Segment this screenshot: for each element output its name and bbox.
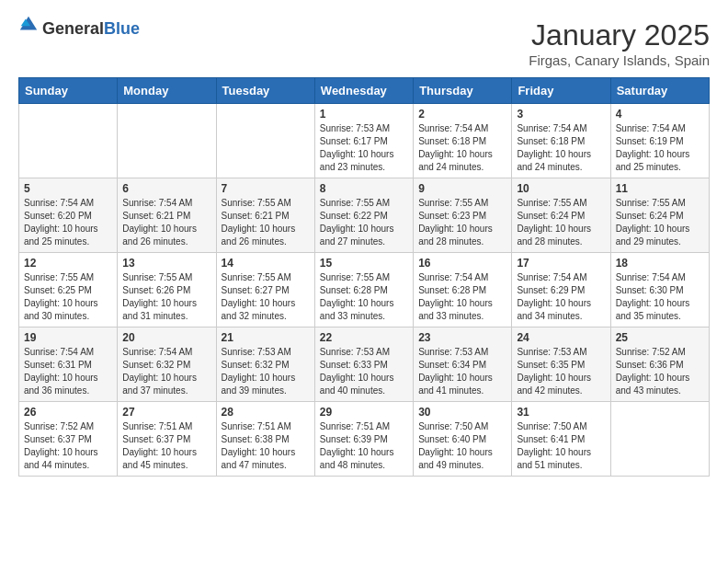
calendar-cell: 26Sunrise: 7:52 AMSunset: 6:37 PMDayligh… (19, 402, 118, 477)
day-number: 1 (320, 108, 408, 121)
calendar-cell: 18Sunrise: 7:54 AMSunset: 6:30 PMDayligh… (610, 253, 709, 327)
day-info: Sunrise: 7:55 AMSunset: 6:24 PMDaylight:… (616, 197, 704, 248)
calendar-cell: 4Sunrise: 7:54 AMSunset: 6:19 PMDaylight… (610, 104, 709, 178)
day-info: Sunrise: 7:51 AMSunset: 6:37 PMDaylight:… (122, 420, 210, 472)
day-number: 11 (616, 182, 704, 195)
weekday-header-friday: Friday (512, 78, 610, 104)
logo-general: General (42, 19, 104, 38)
day-info: Sunrise: 7:55 AMSunset: 6:23 PMDaylight:… (418, 197, 506, 248)
calendar-cell: 28Sunrise: 7:51 AMSunset: 6:38 PMDayligh… (216, 402, 314, 477)
calendar-cell (216, 104, 314, 178)
day-number: 12 (24, 257, 112, 270)
calendar-cell: 25Sunrise: 7:52 AMSunset: 6:36 PMDayligh… (610, 327, 709, 402)
calendar-cell: 9Sunrise: 7:55 AMSunset: 6:23 PMDaylight… (414, 178, 512, 253)
weekday-header-thursday: Thursday (414, 78, 512, 104)
day-info: Sunrise: 7:54 AMSunset: 6:31 PMDaylight:… (24, 346, 112, 397)
weekday-header-tuesday: Tuesday (216, 78, 314, 104)
calendar-cell: 17Sunrise: 7:54 AMSunset: 6:29 PMDayligh… (512, 253, 610, 327)
day-number: 21 (222, 331, 310, 344)
day-info: Sunrise: 7:52 AMSunset: 6:37 PMDaylight:… (24, 420, 112, 472)
day-number: 10 (517, 182, 605, 195)
day-info: Sunrise: 7:51 AMSunset: 6:39 PMDaylight:… (320, 420, 408, 472)
day-number: 31 (517, 406, 605, 419)
calendar-cell: 23Sunrise: 7:53 AMSunset: 6:34 PMDayligh… (414, 327, 512, 402)
day-info: Sunrise: 7:51 AMSunset: 6:38 PMDaylight:… (222, 420, 310, 472)
day-info: Sunrise: 7:55 AMSunset: 6:28 PMDaylight:… (320, 271, 408, 323)
day-number: 29 (320, 406, 408, 419)
header: GeneralBlue January 2025 Firgas, Canary … (18, 18, 710, 68)
day-info: Sunrise: 7:54 AMSunset: 6:28 PMDaylight:… (418, 271, 506, 323)
day-info: Sunrise: 7:55 AMSunset: 6:27 PMDaylight:… (222, 271, 310, 323)
day-number: 18 (616, 257, 704, 270)
day-info: Sunrise: 7:55 AMSunset: 6:22 PMDaylight:… (320, 197, 408, 248)
day-number: 22 (320, 331, 408, 344)
calendar-cell: 29Sunrise: 7:51 AMSunset: 6:39 PMDayligh… (314, 402, 413, 477)
day-number: 19 (24, 331, 112, 344)
logo-icon (18, 15, 39, 35)
calendar-cell (118, 104, 216, 178)
day-info: Sunrise: 7:54 AMSunset: 6:32 PMDaylight:… (122, 346, 210, 397)
main-title: January 2025 (529, 18, 710, 52)
day-info: Sunrise: 7:53 AMSunset: 6:35 PMDaylight:… (517, 346, 605, 397)
day-number: 4 (616, 108, 704, 121)
day-number: 25 (616, 331, 704, 344)
svg-marker-0 (20, 17, 37, 30)
day-info: Sunrise: 7:55 AMSunset: 6:21 PMDaylight:… (222, 197, 310, 248)
week-row-3: 12Sunrise: 7:55 AMSunset: 6:25 PMDayligh… (19, 253, 710, 327)
day-number: 8 (320, 182, 408, 195)
calendar-cell: 31Sunrise: 7:50 AMSunset: 6:41 PMDayligh… (512, 402, 610, 477)
calendar-cell: 3Sunrise: 7:54 AMSunset: 6:18 PMDaylight… (512, 104, 610, 178)
calendar-cell: 8Sunrise: 7:55 AMSunset: 6:22 PMDaylight… (314, 178, 413, 253)
calendar-cell: 7Sunrise: 7:55 AMSunset: 6:21 PMDaylight… (216, 178, 314, 253)
day-info: Sunrise: 7:53 AMSunset: 6:33 PMDaylight:… (320, 346, 408, 397)
calendar-cell: 6Sunrise: 7:54 AMSunset: 6:21 PMDaylight… (118, 178, 216, 253)
day-number: 2 (418, 108, 506, 121)
calendar-cell: 15Sunrise: 7:55 AMSunset: 6:28 PMDayligh… (314, 253, 413, 327)
week-row-1: 1Sunrise: 7:53 AMSunset: 6:17 PMDaylight… (19, 104, 710, 178)
day-number: 14 (222, 257, 310, 270)
weekday-header-wednesday: Wednesday (314, 78, 413, 104)
calendar-cell: 11Sunrise: 7:55 AMSunset: 6:24 PMDayligh… (610, 178, 709, 253)
day-info: Sunrise: 7:50 AMSunset: 6:40 PMDaylight:… (418, 420, 506, 472)
weekday-header-row: SundayMondayTuesdayWednesdayThursdayFrid… (19, 78, 710, 104)
calendar-cell: 20Sunrise: 7:54 AMSunset: 6:32 PMDayligh… (118, 327, 216, 402)
calendar-cell: 19Sunrise: 7:54 AMSunset: 6:31 PMDayligh… (19, 327, 118, 402)
day-info: Sunrise: 7:52 AMSunset: 6:36 PMDaylight:… (616, 346, 704, 397)
calendar-cell: 21Sunrise: 7:53 AMSunset: 6:32 PMDayligh… (216, 327, 314, 402)
logo: GeneralBlue (18, 18, 140, 39)
day-number: 30 (418, 406, 506, 419)
calendar-cell: 16Sunrise: 7:54 AMSunset: 6:28 PMDayligh… (414, 253, 512, 327)
weekday-header-monday: Monday (118, 78, 216, 104)
weekday-header-sunday: Sunday (19, 78, 118, 104)
weekday-header-saturday: Saturday (610, 78, 709, 104)
week-row-4: 19Sunrise: 7:54 AMSunset: 6:31 PMDayligh… (19, 327, 710, 402)
day-info: Sunrise: 7:54 AMSunset: 6:29 PMDaylight:… (517, 271, 605, 323)
day-number: 5 (24, 182, 112, 195)
calendar-cell: 24Sunrise: 7:53 AMSunset: 6:35 PMDayligh… (512, 327, 610, 402)
day-number: 24 (517, 331, 605, 344)
calendar-cell: 5Sunrise: 7:54 AMSunset: 6:20 PMDaylight… (19, 178, 118, 253)
day-number: 7 (222, 182, 310, 195)
day-info: Sunrise: 7:53 AMSunset: 6:17 PMDaylight:… (320, 122, 408, 174)
day-info: Sunrise: 7:54 AMSunset: 6:18 PMDaylight:… (517, 122, 605, 174)
day-info: Sunrise: 7:54 AMSunset: 6:18 PMDaylight:… (418, 122, 506, 174)
day-info: Sunrise: 7:55 AMSunset: 6:24 PMDaylight:… (517, 197, 605, 248)
calendar-cell: 10Sunrise: 7:55 AMSunset: 6:24 PMDayligh… (512, 178, 610, 253)
calendar-cell: 2Sunrise: 7:54 AMSunset: 6:18 PMDaylight… (414, 104, 512, 178)
day-number: 26 (24, 406, 112, 419)
title-section: January 2025 Firgas, Canary Islands, Spa… (529, 18, 710, 68)
day-number: 17 (517, 257, 605, 270)
calendar-cell: 30Sunrise: 7:50 AMSunset: 6:40 PMDayligh… (414, 402, 512, 477)
calendar-cell: 14Sunrise: 7:55 AMSunset: 6:27 PMDayligh… (216, 253, 314, 327)
day-number: 6 (122, 182, 210, 195)
day-number: 9 (418, 182, 506, 195)
day-info: Sunrise: 7:53 AMSunset: 6:32 PMDaylight:… (222, 346, 310, 397)
calendar-cell: 1Sunrise: 7:53 AMSunset: 6:17 PMDaylight… (314, 104, 413, 178)
day-info: Sunrise: 7:55 AMSunset: 6:26 PMDaylight:… (122, 271, 210, 323)
day-number: 13 (122, 257, 210, 270)
calendar-cell (19, 104, 118, 178)
day-info: Sunrise: 7:54 AMSunset: 6:20 PMDaylight:… (24, 197, 112, 248)
day-number: 16 (418, 257, 506, 270)
logo-blue: Blue (104, 19, 140, 38)
day-info: Sunrise: 7:54 AMSunset: 6:19 PMDaylight:… (616, 122, 704, 174)
